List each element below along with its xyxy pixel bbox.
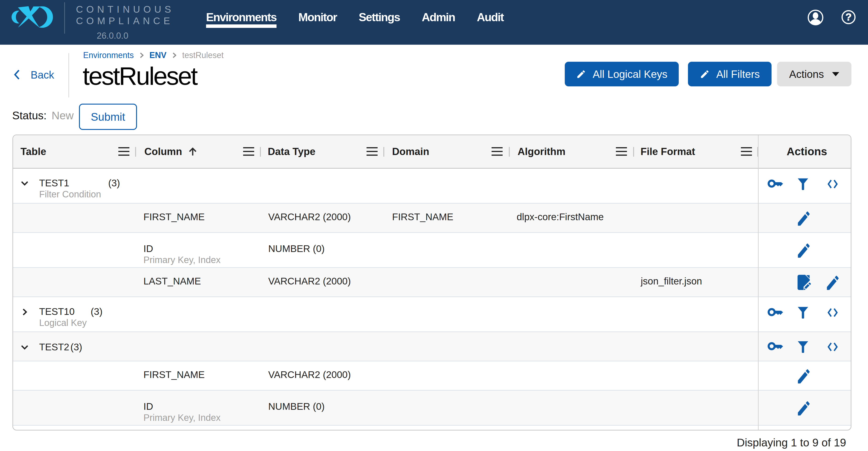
svg-text:?: ? <box>845 11 851 23</box>
